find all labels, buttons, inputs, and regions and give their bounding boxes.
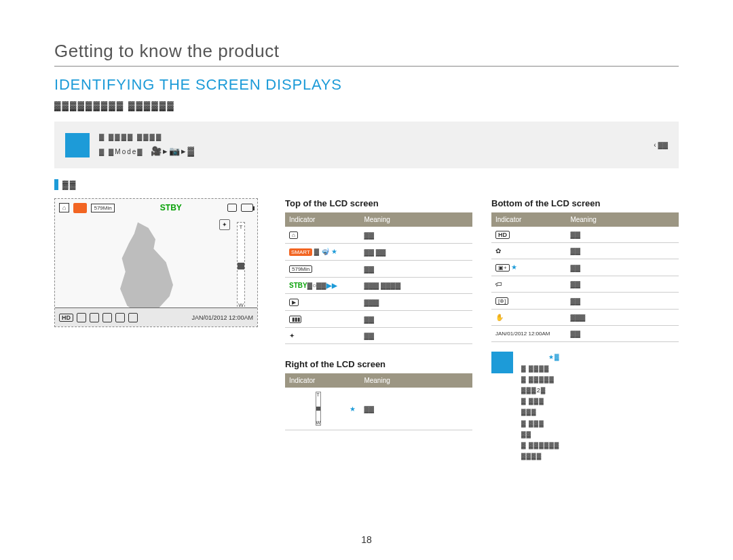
- footnote-icon: [491, 352, 513, 373]
- footnote-3: ▓ ▓▓▓: [521, 396, 559, 407]
- note-line-2a: ▓ ▓Mode▓: [99, 148, 144, 155]
- bottom-row-1-meaning: ▓▓: [566, 243, 679, 259]
- exp-star: ★: [511, 263, 517, 271]
- playback-icon: [227, 204, 237, 212]
- footnote-6: ▓▓: [521, 429, 559, 440]
- footnote-5: ▓ ▓▓▓: [521, 418, 559, 429]
- bottom-table: Indicator Meaning HD▓▓ ✿▓▓ ▣+ ★▓▓ 🏷︎▓▓ […: [491, 212, 679, 342]
- footnote-0: ▓ ▓▓▓▓: [521, 363, 559, 374]
- play-arrows-icon: ▶▶: [326, 282, 337, 289]
- playback-cell: ▶: [289, 299, 299, 306]
- gear-cell: ✿: [495, 247, 501, 255]
- footnote-2: ▓▓▓2▓: [521, 385, 559, 396]
- bottom-row-4-meaning: ▓▓: [566, 293, 679, 310]
- mode-bar: ▓▓: [54, 179, 679, 190]
- top-table-title: Top of the LCD screen: [285, 198, 472, 208]
- right-table: Indicator Meaning T W ★: [285, 373, 472, 430]
- footnote-4: ▓▓▓: [521, 407, 559, 417]
- zoom-knob-mini: [316, 407, 320, 411]
- card-icon: ⌂: [59, 203, 69, 212]
- right-row-0-meaning: ▓▓: [360, 388, 472, 430]
- effect-icon: ✦: [219, 219, 230, 230]
- footnote-box: ★▓ ▓ ▓▓▓▓ ▓ ▓▓▓▓▓ ▓▓▓2▓ ▓ ▓▓▓ ▓▓▓ ▓ ▓▓▓ …: [491, 352, 679, 462]
- memory-time: 579Min: [91, 204, 114, 212]
- top-row-0-meaning: ▓▓: [360, 227, 472, 244]
- bottom-row-3-meaning: ▓▓: [566, 276, 679, 293]
- battery-cell: ▮▮▮: [289, 316, 301, 323]
- mode-icons: 🎥▸📷▸▓: [151, 143, 195, 159]
- zoom-bar-mini: T W: [316, 392, 321, 426]
- zoom-star: ★: [350, 405, 356, 413]
- mode-bar-text: ▓▓: [62, 180, 77, 189]
- zoom-knob: [238, 263, 244, 269]
- battery-icon: [241, 204, 253, 212]
- top-row-2-meaning: ▓▓: [360, 261, 472, 278]
- top-table: Indicator Meaning ⌂▓▓ SMART ▓ 🤿 ★▓▓ ▓▓ 5…: [285, 212, 472, 344]
- zoom-tele-label: T: [240, 224, 243, 230]
- top-row-3-meaning: ▓▓▓ ▓▓▓▓: [360, 278, 472, 294]
- smart-chip-cell: SMART: [289, 248, 312, 256]
- effect-cell: ✦: [289, 332, 295, 339]
- note-page-ref: ‹ ▓▓: [654, 141, 668, 149]
- dive-icon: 🤿: [321, 248, 329, 255]
- subtitle: ▓▓▓▓▓▓▓▓▓ ▓▓▓▓▓▓: [54, 100, 679, 111]
- zoom-t-mini: T: [317, 392, 320, 397]
- lcd-datetime: JAN/01/2012 12:00AM: [191, 314, 253, 321]
- wb-icon: [102, 313, 112, 322]
- stby-status: STBY: [160, 203, 182, 212]
- right-th-meaning: Meaning: [360, 373, 472, 388]
- exposure-cell: ▣+: [495, 264, 510, 272]
- stby-cell: STBY: [289, 282, 307, 289]
- lcd-top-row: ⌂ 579Min STBY: [55, 199, 257, 217]
- chapter-title: Getting to know the product: [54, 41, 679, 62]
- subject-silhouette: [102, 222, 191, 317]
- footnote-8: ▓▓▓▓: [521, 451, 559, 462]
- smart-chip-icon: [73, 203, 87, 213]
- note-line-2: ▓ ▓Mode▓ 🎥▸📷▸▓: [99, 143, 644, 159]
- memory-cell: 579Min: [289, 265, 312, 273]
- footnote-lines: ★▓ ▓ ▓▓▓▓ ▓ ▓▓▓▓▓ ▓▓▓2▓ ▓ ▓▓▓ ▓▓▓ ▓ ▓▓▓ …: [521, 352, 559, 462]
- section-title: IDENTIFYING THE SCREEN DISPLAYS: [54, 76, 679, 94]
- stabilizer-cell: ✋: [495, 314, 504, 321]
- bottom-th-indicator: Indicator: [491, 212, 566, 227]
- note-box: ▓ ▓▓▓▓ ▓▓▓▓ ▓ ▓Mode▓ 🎥▸📷▸▓ ‹ ▓▓: [54, 122, 679, 168]
- zoom-bar: T W: [237, 222, 245, 310]
- bottom-table-title: Bottom of the LCD screen: [491, 198, 679, 208]
- right-th-indicator: Indicator: [285, 373, 360, 388]
- top-row-5-meaning: ▓▓: [360, 311, 472, 328]
- gear-icon: [77, 313, 86, 322]
- lcd-screen: ⌂ 579Min STBY ✦ T W HD: [54, 198, 258, 327]
- divider: [54, 66, 679, 67]
- bottom-row-5-meaning: ▓▓▓: [566, 310, 679, 326]
- card-icon-cell: ⌂: [289, 231, 298, 239]
- focus-cell: [⊕]: [495, 297, 508, 305]
- exposure-icon: [90, 313, 99, 322]
- stabilizer-icon: [128, 313, 138, 322]
- footnote-star: ★▓: [548, 354, 560, 360]
- bottom-row-6-meaning: ▓▓: [566, 326, 679, 342]
- hd-icon: HD: [59, 314, 73, 322]
- mode-bar-marker: [54, 179, 58, 190]
- top-row-4-meaning: ▓▓▓: [360, 294, 472, 311]
- top-row-6-meaning: ▓▓: [360, 328, 472, 344]
- note-line-1: ▓ ▓▓▓▓ ▓▓▓▓: [99, 131, 644, 143]
- focus-icon: [115, 313, 125, 322]
- top-th-meaning: Meaning: [360, 212, 472, 227]
- star-marker: ★: [331, 248, 337, 255]
- wb-cell: 🏷︎: [495, 280, 502, 288]
- zoom-w-mini: W: [316, 420, 320, 425]
- bottom-row-0-meaning: ▓▓: [566, 227, 679, 243]
- top-row-1-meaning: ▓▓ ▓▓: [360, 244, 472, 261]
- bottom-th-meaning: Meaning: [566, 212, 679, 227]
- hd-cell: HD: [495, 231, 510, 239]
- right-table-title: Right of the LCD screen: [285, 359, 472, 369]
- date-cell: JAN/01/2012 12:00AM: [491, 326, 566, 342]
- footnote-7: ▓ ▓▓▓▓▓▓: [521, 440, 559, 451]
- top-th-indicator: Indicator: [285, 212, 360, 227]
- page-number: 18: [361, 534, 372, 545]
- note-icon: [65, 133, 90, 157]
- lcd-bottom-row: HD JAN/01/2012 12:00AM: [55, 307, 257, 326]
- footnote-1: ▓ ▓▓▓▓▓: [521, 374, 559, 385]
- bottom-row-2-meaning: ▓▓: [566, 259, 679, 276]
